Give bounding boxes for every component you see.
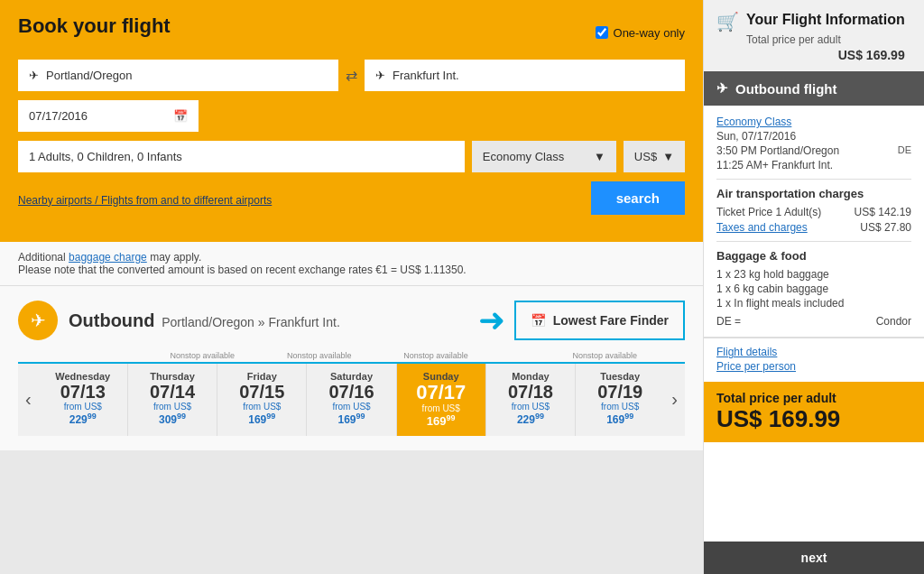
flight-links: Flight details Price per person bbox=[704, 338, 924, 382]
arrival-airport-field[interactable]: ✈ Frankfurt Int. bbox=[365, 60, 685, 91]
flight-departure: 3:50 PM Portland/Oregon DE bbox=[716, 144, 911, 157]
arrow-right-icon: ➜ bbox=[478, 301, 505, 339]
lff-label: Lowest Fare Finder bbox=[553, 313, 669, 328]
passengers-field[interactable]: 1 Adults, 0 Children, 0 Infants bbox=[18, 141, 465, 172]
date-item[interactable]: Thursday 07/14 from US$ 30999 bbox=[128, 364, 217, 436]
sidebar-total-price-val: US$ 169.99 bbox=[746, 48, 905, 62]
date-day: 07/18 bbox=[490, 382, 571, 402]
departure-time: 3:50 PM Portland/Oregon bbox=[716, 144, 839, 157]
baggage-text2: may apply. bbox=[147, 251, 201, 264]
date-item[interactable]: Monday 07/18 from US$ 22999 bbox=[486, 364, 576, 436]
class-select[interactable]: Economy Class ▼ bbox=[472, 141, 616, 172]
page-title: Book your flight bbox=[18, 14, 171, 38]
date-day: 07/16 bbox=[310, 382, 392, 402]
currency-chevron-icon: ▼ bbox=[662, 150, 674, 163]
date-item[interactable]: Saturday 07/16 from US$ 16999 bbox=[307, 364, 396, 436]
airline-de-label: DE = bbox=[716, 315, 741, 328]
plane-icon: ✈ bbox=[31, 310, 46, 331]
outbound-flight-label: Outbound flight bbox=[735, 81, 836, 97]
ticket-price-row: Ticket Price 1 Adult(s) US$ 142.19 bbox=[716, 206, 911, 218]
price-value: 22999 bbox=[42, 412, 124, 426]
price-value: 16999 bbox=[310, 412, 392, 426]
outbound-plane-circle: ✈ bbox=[18, 301, 58, 340]
exchange-rate-text: Please note that the converted amount is… bbox=[18, 264, 685, 276]
nonstop-label-sat: Nonstop available bbox=[287, 351, 352, 360]
sidebar-title: Your Flight Information bbox=[746, 11, 905, 28]
ticket-label: Ticket Price 1 Adult(s) bbox=[716, 206, 821, 218]
flight-details-link[interactable]: Flight details bbox=[716, 346, 911, 358]
flight-date: Sun, 07/17/2016 bbox=[716, 130, 911, 143]
taxes-link[interactable]: Taxes and charges bbox=[716, 221, 808, 234]
nearby-airports-link[interactable]: Nearby airports / Flights from and to di… bbox=[18, 194, 272, 207]
nonstop-label-fri: Nonstop available bbox=[171, 351, 236, 360]
baggage-item-1: 1 x 23 kg hold baggage bbox=[716, 268, 911, 281]
departure-code: DE bbox=[898, 144, 911, 157]
date-day: 07/19 bbox=[579, 382, 661, 402]
date-item[interactable]: Wednesday 07/13 from US$ 22999 bbox=[39, 364, 128, 436]
from-price-label: from US$ bbox=[132, 402, 213, 412]
baggage-charge-link[interactable]: baggage charge bbox=[69, 251, 147, 264]
one-way-label: One-way only bbox=[614, 26, 685, 40]
outbound-title: Outbound bbox=[69, 310, 155, 330]
plane-arrive-icon: ✈ bbox=[375, 69, 385, 82]
flight-arrival: 11:25 AM+ Frankfurt Int. bbox=[716, 159, 911, 171]
date-dow: Saturday bbox=[310, 371, 392, 382]
date-item[interactable]: Tuesday 07/19 from US$ 16999 bbox=[576, 364, 664, 436]
date-dow: Wednesday bbox=[42, 371, 124, 382]
baggage-item-3: 1 x In flight meals included bbox=[716, 297, 911, 310]
airline-row: DE = Condor bbox=[716, 315, 911, 328]
price-value: 16999 bbox=[401, 413, 482, 428]
date-selector: ‹ Wednesday 07/13 from US$ 22999 Thursda… bbox=[18, 362, 685, 436]
date-prev-button[interactable]: ‹ bbox=[18, 389, 39, 410]
class-value: Economy Class bbox=[483, 150, 564, 163]
calendar-icon: 📅 bbox=[173, 109, 188, 123]
ticket-price: US$ 142.19 bbox=[855, 206, 911, 218]
currency-select[interactable]: US$ ▼ bbox=[624, 141, 685, 172]
date-day: 07/14 bbox=[132, 382, 213, 402]
baggage-food-heading: Baggage & food bbox=[716, 249, 911, 263]
taxes-price: US$ 27.80 bbox=[860, 221, 911, 234]
one-way-option[interactable]: One-way only bbox=[596, 26, 685, 40]
date-dow: Thursday bbox=[132, 371, 213, 382]
date-items-container: Wednesday 07/13 from US$ 22999 Thursday … bbox=[39, 364, 665, 436]
outbound-flight-header: ✈ Outbound flight bbox=[704, 71, 924, 106]
departure-airport-value: Portland/Oregon bbox=[46, 69, 132, 82]
currency-value: US$ bbox=[634, 150, 657, 163]
date-next-button[interactable]: › bbox=[664, 389, 685, 410]
price-value: 30999 bbox=[132, 412, 213, 426]
lowest-fare-finder-button[interactable]: 📅 Lowest Fare Finder bbox=[514, 301, 685, 340]
from-price-label: from US$ bbox=[42, 402, 124, 412]
one-way-checkbox[interactable] bbox=[596, 26, 608, 39]
sidebar: 🛒 Your Flight Information Total price pe… bbox=[703, 0, 924, 574]
date-item[interactable]: Friday 07/15 from US$ 16999 bbox=[217, 364, 307, 436]
price-value: 22999 bbox=[490, 412, 571, 426]
date-day: 07/13 bbox=[42, 382, 124, 402]
date-dow: Friday bbox=[221, 371, 302, 382]
date-dow: Monday bbox=[490, 371, 571, 382]
departure-airport-field[interactable]: ✈ Portland/Oregon bbox=[18, 60, 338, 91]
from-price-label: from US$ bbox=[579, 402, 661, 412]
price-value: 16999 bbox=[579, 412, 661, 426]
date-dow: Tuesday bbox=[579, 371, 661, 382]
sidebar-total-price-label: Total price per adult bbox=[746, 33, 905, 46]
arrival-airport-value: Frankfurt Int. bbox=[393, 69, 459, 82]
economy-class-link[interactable]: Economy Class bbox=[716, 116, 791, 128]
total-price-bar: Total price per adult US$ 169.99 bbox=[704, 382, 924, 442]
from-price-label: from US$ bbox=[221, 402, 302, 412]
departure-date-field[interactable]: 07/17/2016 📅 bbox=[18, 100, 199, 132]
baggage-item-2: 1 x 6 kg cabin baggage bbox=[716, 282, 911, 295]
outbound-route: Portland/Oregon » Frankfurt Int. bbox=[162, 315, 340, 329]
plane-depart-icon: ✈ bbox=[29, 69, 39, 82]
next-button[interactable]: next bbox=[704, 542, 924, 574]
from-price-label: from US$ bbox=[490, 402, 571, 412]
passengers-value: 1 Adults, 0 Children, 0 Infants bbox=[29, 150, 182, 163]
search-button[interactable]: search bbox=[591, 181, 685, 215]
nonstop-label-sun: Nonstop available bbox=[403, 351, 468, 360]
date-day: 07/17 bbox=[401, 382, 482, 403]
price-per-person-link[interactable]: Price per person bbox=[716, 360, 911, 373]
total-price-bar-amount: US$ 169.99 bbox=[716, 405, 911, 433]
swap-airports-button[interactable]: ⇄ bbox=[346, 67, 357, 84]
date-item[interactable]: Sunday 07/17 from US$ 16999 bbox=[397, 364, 486, 436]
nonstop-label-tue: Nonstop available bbox=[572, 351, 637, 360]
air-transportation-heading: Air transportation charges bbox=[716, 187, 911, 200]
